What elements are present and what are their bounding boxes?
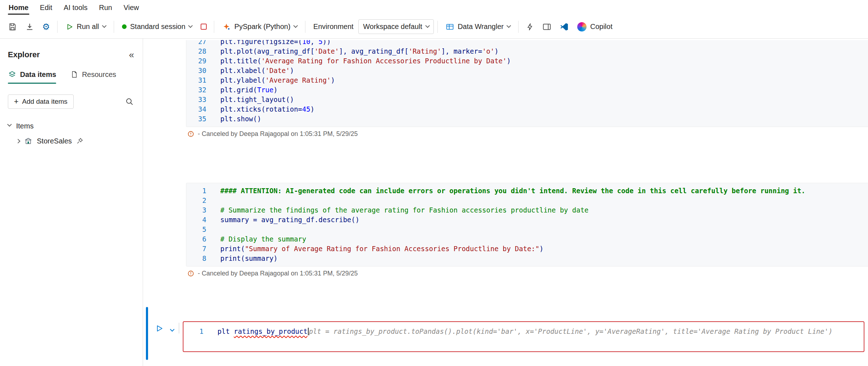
session-dropdown[interactable]: Standard session — [118, 20, 197, 34]
line-number: 4 — [186, 215, 206, 225]
code-text: plt.show() — [220, 114, 261, 124]
data-wrangler-dropdown[interactable]: Data Wrangler — [441, 20, 515, 34]
cell-toolbar-divider — [179, 323, 179, 333]
code-line[interactable]: 29plt.title('Average Rating for Fashion … — [186, 56, 868, 66]
code-line[interactable]: 1#### ATTENTION: AI-generated code can i… — [186, 186, 868, 196]
code-text: plt ratings_by_productplt = ratings_by_p… — [217, 327, 833, 336]
tree-item-storesales[interactable]: StoreSales — [0, 133, 143, 148]
collapse-sidebar-icon[interactable]: « — [129, 50, 134, 59]
chevron-down-icon — [170, 327, 175, 332]
code-line[interactable]: 32plt.grid(True) — [186, 85, 868, 95]
chevron-down-icon — [188, 23, 193, 28]
cell-status-bar: - Canceled by Deepa Rajagopal on 1:05:31… — [186, 127, 868, 141]
code-line[interactable]: 28plt.plot(avg_rating_df['Date'], avg_ra… — [186, 47, 868, 56]
quick-actions-button[interactable] — [522, 20, 538, 34]
code-line[interactable]: 34plt.xticks(rotation=45) — [186, 104, 868, 114]
line-number: 32 — [186, 85, 206, 95]
code-line[interactable]: 5 — [186, 225, 868, 234]
menu-item-edit[interactable]: Edit — [34, 1, 58, 15]
code-line[interactable]: 1plt ratings_by_productplt = ratings_by_… — [183, 327, 864, 336]
line-number: 34 — [186, 104, 206, 114]
code-cell-1: 27plt.figure(figsize=(10, 5))28plt.plot(… — [186, 40, 868, 141]
code-text: plt.plot(avg_rating_df['Date'], avg_rati… — [220, 47, 499, 56]
code-line[interactable]: 6# Display the summary — [186, 234, 868, 244]
workspace-label: Workspace default — [363, 23, 422, 31]
tree-item-label: StoreSales — [37, 137, 72, 145]
line-number: 3 — [186, 205, 206, 215]
export-button[interactable] — [21, 19, 38, 34]
toggle-panel-button[interactable] — [539, 19, 555, 34]
code-line[interactable]: 33plt.tight_layout() — [186, 95, 868, 104]
save-button[interactable] — [4, 19, 21, 34]
code-line[interactable]: 27plt.figure(figsize=(10, 5)) — [186, 40, 868, 47]
stop-icon — [201, 24, 207, 30]
code-line[interactable]: 7print("Summary of Average Rating for Fa… — [186, 244, 868, 254]
code-text — [220, 225, 224, 234]
line-number: 8 — [186, 254, 206, 263]
code-line[interactable]: 31plt.ylabel('Average Rating') — [186, 75, 868, 85]
run-cell-button[interactable] — [155, 324, 163, 333]
pin-icon[interactable] — [76, 137, 83, 145]
line-number: 28 — [186, 47, 206, 56]
data-wrangler-label: Data Wrangler — [458, 23, 504, 31]
code-text — [220, 196, 224, 205]
copilot-button[interactable]: Copilot — [573, 19, 617, 34]
code-line[interactable]: 4summary = avg_rating_df.describe() — [186, 215, 868, 225]
code-line[interactable]: 3# Summarize the findings of the average… — [186, 205, 868, 215]
layout-panel-icon — [542, 22, 551, 31]
active-code-cell[interactable]: 1plt ratings_by_productplt = ratings_by_… — [183, 321, 864, 352]
tree-root-items[interactable]: Items — [0, 119, 143, 133]
line-number: 33 — [186, 95, 206, 104]
toolbar-divider — [518, 21, 519, 33]
menu-item-home[interactable]: Home — [3, 1, 34, 15]
active-cell-selection-bar — [146, 307, 148, 360]
data-items-icon — [8, 70, 16, 79]
add-data-items-button[interactable]: + Add data items — [8, 94, 74, 109]
text-cursor — [308, 328, 309, 335]
document-icon — [70, 70, 78, 78]
toolbar-divider — [437, 21, 438, 33]
run-all-label: Run all — [77, 23, 99, 31]
settings-button[interactable]: ⚙ — [39, 20, 54, 34]
code-text: print(summary) — [220, 254, 278, 263]
language-dropdown[interactable]: PySpark (Python) — [218, 20, 301, 34]
tab-resources[interactable]: Resources — [70, 70, 116, 84]
code-editor[interactable]: 27plt.figure(figsize=(10, 5))28plt.plot(… — [186, 40, 868, 127]
code-text: #### ATTENTION: AI-generated code can in… — [220, 186, 805, 196]
tab-data-items[interactable]: Data items — [8, 70, 56, 84]
workspace-dropdown[interactable]: Workspace default — [358, 19, 433, 34]
search-icon[interactable] — [125, 97, 134, 106]
run-cell-play-icon — [155, 324, 163, 333]
menu-item-view[interactable]: View — [118, 1, 144, 15]
toolbar-divider — [305, 21, 305, 33]
menu-item-ai-tools[interactable]: AI tools — [58, 1, 93, 15]
session-status-icon — [122, 24, 127, 29]
code-text: plt.xticks(rotation=45) — [220, 104, 314, 114]
code-text: plt.xlabel('Date') — [220, 66, 294, 75]
code-line[interactable]: 30plt.xlabel('Date') — [186, 66, 868, 75]
pyspark-icon — [222, 23, 231, 31]
chevron-down-icon — [102, 23, 107, 28]
line-number: 35 — [186, 114, 206, 124]
chevron-right-icon — [16, 139, 20, 143]
settings-gear-icon: ⚙ — [42, 23, 50, 31]
code-line[interactable]: 2 — [186, 196, 868, 205]
run-all-button[interactable]: Run all — [61, 20, 110, 34]
code-text: plt.grid(True) — [220, 85, 278, 95]
environment-button[interactable]: Environment — [309, 20, 358, 34]
save-icon — [8, 22, 17, 31]
code-editor[interactable]: 1#### ATTENTION: AI-generated code can i… — [186, 183, 868, 267]
code-line[interactable]: 8print(summary) — [186, 254, 868, 263]
run-cell-options-dropdown[interactable] — [171, 327, 174, 333]
code-text: summary = avg_rating_df.describe() — [220, 215, 359, 225]
menu-item-run[interactable]: Run — [93, 1, 118, 15]
code-line[interactable]: 35plt.show() — [186, 114, 868, 124]
stop-session-button[interactable] — [197, 21, 210, 33]
run-all-play-icon — [65, 23, 73, 31]
explorer-sidebar: Explorer « Data items Resources + Add da… — [0, 39, 143, 366]
canceled-icon — [187, 131, 194, 137]
copilot-label: Copilot — [590, 23, 612, 31]
open-vscode-button[interactable] — [556, 19, 572, 34]
chevron-down-icon — [7, 122, 12, 127]
chevron-down-icon — [425, 23, 430, 28]
